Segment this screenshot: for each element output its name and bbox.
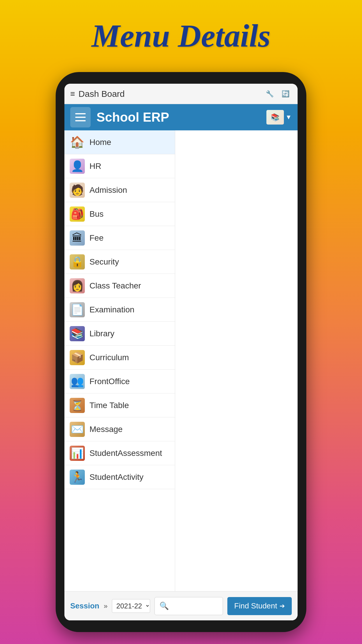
main-content: 🏠Home👤HR🧑Admission🎒Bus🏛Fee🔒Security👩Clas… [64, 130, 298, 591]
classteacher-icon: 👩 [70, 278, 85, 293]
sidebar-item-home[interactable]: 🏠Home [64, 130, 175, 154]
top-bar-right: 🔧 🔄 [263, 88, 292, 100]
bottom-bar: Session » 2021-22 🔍 Find Student ➔ [64, 591, 298, 620]
sidebar-item-studentactivity[interactable]: 🏃StudentActivity [64, 465, 175, 489]
library-icon: 📚 [70, 326, 85, 341]
examination-icon: 📄 [70, 302, 85, 317]
sidebar-item-security-label: Security [89, 257, 119, 267]
settings-icon[interactable]: 🔧 [263, 88, 276, 100]
session-select[interactable]: 2021-22 [112, 599, 150, 613]
menu-line-1 [75, 113, 86, 114]
sidebar-item-library-label: Library [89, 329, 115, 338]
avatar-icon: 📚 [266, 110, 284, 125]
fee-icon: 🏛 [70, 230, 85, 246]
frontoffice-icon: 👥 [70, 374, 85, 389]
bus-icon: 🎒 [70, 206, 85, 222]
sidebar-item-library[interactable]: 📚Library [64, 322, 175, 346]
phone-frame: ≡ Dash Board 🔧 🔄 School ERP 📚 ▼ [56, 72, 306, 632]
studentactivity-icon: 🏃 [70, 470, 85, 485]
studentassessment-icon: 📊 [70, 446, 85, 461]
sidebar-item-studentactivity-label: StudentActivity [89, 473, 143, 482]
session-label: Session [70, 601, 99, 610]
sidebar-item-curriculum-label: Curriculum [89, 353, 129, 362]
sidebar-item-studentassessment[interactable]: 📊StudentAssessment [64, 441, 175, 465]
curriculum-icon: 📦 [70, 350, 85, 365]
sidebar-item-curriculum[interactable]: 📦Curriculum [64, 346, 175, 370]
avatar-area[interactable]: 📚 ▼ [266, 110, 292, 125]
admission-icon: 🧑 [70, 183, 85, 198]
sidebar-item-classteacher-label: Class Teacher [89, 281, 141, 290]
sidebar-item-hr-label: HR [89, 162, 101, 171]
refresh-icon[interactable]: 🔄 [279, 88, 292, 100]
app-header: School ERP 📚 ▼ [64, 104, 298, 130]
sidebar-item-examination-label: Examination [89, 305, 134, 314]
session-arrow: » [104, 602, 108, 610]
sidebar-item-frontoffice-label: FrontOffice [89, 377, 130, 386]
hr-icon: 👤 [70, 159, 85, 174]
search-icon: 🔍 [159, 601, 169, 610]
menu-line-2 [75, 117, 86, 118]
sidebar-item-frontoffice[interactable]: 👥FrontOffice [64, 370, 175, 393]
sidebar-item-admission-label: Admission [89, 186, 127, 195]
phone-screen: ≡ Dash Board 🔧 🔄 School ERP 📚 ▼ [64, 84, 298, 620]
message-icon: ✉️ [70, 422, 85, 437]
sidebar: 🏠Home👤HR🧑Admission🎒Bus🏛Fee🔒Security👩Clas… [64, 130, 175, 591]
menu-line-3 [75, 120, 86, 121]
menu-button[interactable] [70, 107, 91, 127]
top-bar: ≡ Dash Board 🔧 🔄 [64, 84, 298, 104]
sidebar-item-timetable-label: Time Table [89, 401, 129, 410]
sidebar-item-fee[interactable]: 🏛Fee [64, 226, 175, 250]
sidebar-item-studentassessment-label: StudentAssessment [89, 449, 162, 458]
sidebar-item-hr[interactable]: 👤HR [64, 154, 175, 178]
sidebar-item-fee-label: Fee [89, 233, 103, 243]
header-right: 📚 ▼ [266, 110, 292, 125]
home-icon: 🏠 [70, 135, 85, 150]
search-box[interactable]: 🔍 [154, 597, 223, 615]
find-student-button[interactable]: Find Student ➔ [227, 597, 292, 615]
find-student-arrow-icon: ➔ [280, 602, 285, 610]
timetable-icon: ⏳ [70, 398, 85, 413]
sidebar-item-message-label: Message [89, 425, 123, 434]
sidebar-item-home-label: Home [89, 138, 111, 147]
sidebar-item-classteacher[interactable]: 👩Class Teacher [64, 274, 175, 298]
app-title: School ERP [96, 110, 266, 125]
hamburger-icon: ≡ [70, 89, 75, 99]
dropdown-arrow-icon: ▼ [285, 113, 292, 121]
sidebar-item-bus[interactable]: 🎒Bus [64, 202, 175, 226]
sidebar-item-message[interactable]: ✉️Message [64, 417, 175, 441]
sidebar-item-admission[interactable]: 🧑Admission [64, 178, 175, 202]
find-student-label: Find Student [234, 601, 277, 610]
security-icon: 🔒 [70, 254, 85, 270]
sidebar-item-timetable[interactable]: ⏳Time Table [64, 393, 175, 417]
content-panel [175, 130, 298, 591]
sidebar-item-bus-label: Bus [89, 209, 103, 219]
page-title: Menu Details [92, 18, 270, 55]
dashboard-title: Dash Board [78, 89, 124, 99]
sidebar-item-security[interactable]: 🔒Security [64, 250, 175, 274]
sidebar-item-examination[interactable]: 📄Examination [64, 298, 175, 322]
